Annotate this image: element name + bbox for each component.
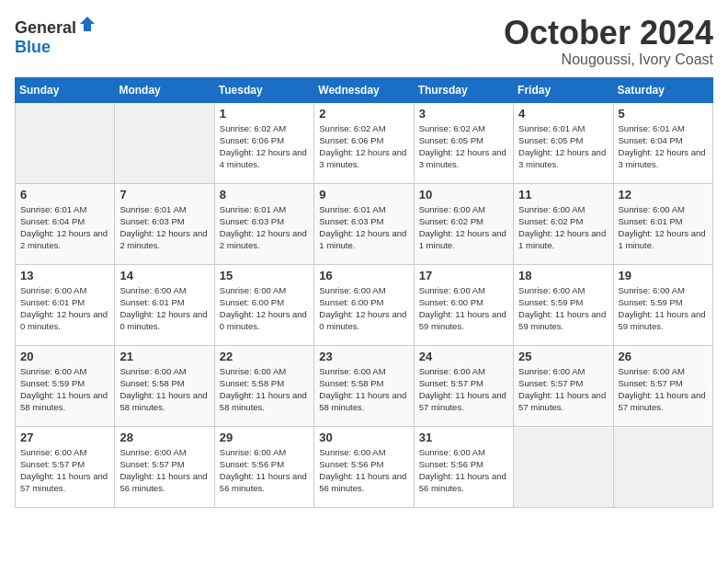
day-number: 19 (619, 269, 708, 282)
calendar-cell: 30Sunrise: 6:00 AM Sunset: 5:56 PM Dayli… (314, 426, 414, 507)
calendar-cell (16, 102, 115, 183)
day-number: 27 (20, 431, 109, 444)
title-area: October 2024 Nougoussi, Ivory Coast (504, 15, 713, 68)
day-number: 12 (619, 188, 708, 201)
calendar-cell: 6Sunrise: 6:01 AM Sunset: 6:04 PM Daylig… (16, 183, 115, 264)
calendar-cell: 18Sunrise: 6:00 AM Sunset: 5:59 PM Dayli… (514, 264, 613, 345)
day-info: Sunrise: 6:00 AM Sunset: 5:57 PM Dayligh… (20, 446, 109, 495)
calendar-cell: 3Sunrise: 6:02 AM Sunset: 6:05 PM Daylig… (414, 102, 513, 183)
day-number: 20 (20, 350, 109, 363)
day-info: Sunrise: 6:00 AM Sunset: 5:57 PM Dayligh… (619, 365, 708, 414)
calendar-cell: 7Sunrise: 6:01 AM Sunset: 6:03 PM Daylig… (115, 183, 214, 264)
calendar-week-5: 27Sunrise: 6:00 AM Sunset: 5:57 PM Dayli… (16, 426, 713, 507)
day-number: 30 (319, 431, 408, 444)
calendar-cell: 2Sunrise: 6:02 AM Sunset: 6:06 PM Daylig… (314, 102, 414, 183)
day-number: 21 (119, 350, 209, 363)
day-number: 17 (419, 269, 508, 282)
day-info: Sunrise: 6:00 AM Sunset: 5:59 PM Dayligh… (20, 365, 109, 414)
day-info: Sunrise: 6:00 AM Sunset: 5:59 PM Dayligh… (619, 284, 708, 333)
calendar-week-4: 20Sunrise: 6:00 AM Sunset: 5:59 PM Dayli… (16, 345, 713, 426)
day-info: Sunrise: 6:00 AM Sunset: 6:01 PM Dayligh… (619, 203, 708, 252)
calendar-cell: 10Sunrise: 6:00 AM Sunset: 6:02 PM Dayli… (414, 183, 513, 264)
day-number: 22 (220, 350, 309, 363)
day-info: Sunrise: 6:00 AM Sunset: 5:56 PM Dayligh… (319, 446, 408, 495)
calendar-body: 1Sunrise: 6:02 AM Sunset: 6:06 PM Daylig… (16, 102, 713, 507)
day-number: 6 (20, 188, 109, 201)
calendar-cell: 20Sunrise: 6:00 AM Sunset: 5:59 PM Dayli… (16, 345, 115, 426)
calendar-cell: 12Sunrise: 6:00 AM Sunset: 6:01 PM Dayli… (613, 183, 712, 264)
svg-marker-0 (80, 17, 95, 31)
weekday-header-saturday: Saturday (613, 77, 712, 102)
day-info: Sunrise: 6:00 AM Sunset: 6:01 PM Dayligh… (20, 284, 109, 333)
weekday-header-friday: Friday (514, 77, 613, 102)
day-number: 23 (319, 350, 408, 363)
day-number: 11 (518, 188, 608, 201)
day-info: Sunrise: 6:00 AM Sunset: 5:56 PM Dayligh… (419, 446, 508, 495)
day-info: Sunrise: 6:00 AM Sunset: 5:58 PM Dayligh… (319, 365, 408, 414)
calendar-cell: 13Sunrise: 6:00 AM Sunset: 6:01 PM Dayli… (16, 264, 115, 345)
day-number: 29 (220, 431, 309, 444)
day-number: 13 (20, 269, 109, 282)
calendar-cell: 19Sunrise: 6:00 AM Sunset: 5:59 PM Dayli… (613, 264, 712, 345)
logo-blue: Blue (15, 38, 51, 56)
day-info: Sunrise: 6:01 AM Sunset: 6:03 PM Dayligh… (220, 203, 309, 252)
day-number: 15 (220, 269, 309, 282)
day-number: 31 (419, 431, 508, 444)
calendar-cell: 9Sunrise: 6:01 AM Sunset: 6:03 PM Daylig… (314, 183, 414, 264)
calendar-cell (613, 426, 712, 507)
weekday-header-thursday: Thursday (414, 77, 513, 102)
calendar-cell: 8Sunrise: 6:01 AM Sunset: 6:03 PM Daylig… (214, 183, 313, 264)
calendar-week-2: 6Sunrise: 6:01 AM Sunset: 6:04 PM Daylig… (16, 183, 713, 264)
weekday-header-wednesday: Wednesday (314, 77, 414, 102)
calendar-cell: 5Sunrise: 6:01 AM Sunset: 6:04 PM Daylig… (613, 102, 712, 183)
calendar-cell: 16Sunrise: 6:00 AM Sunset: 6:00 PM Dayli… (314, 264, 414, 345)
calendar-cell: 22Sunrise: 6:00 AM Sunset: 5:58 PM Dayli… (214, 345, 313, 426)
day-info: Sunrise: 6:00 AM Sunset: 5:57 PM Dayligh… (119, 446, 209, 495)
day-number: 9 (319, 188, 408, 201)
calendar-cell: 21Sunrise: 6:00 AM Sunset: 5:58 PM Dayli… (115, 345, 214, 426)
day-number: 10 (419, 188, 508, 201)
calendar-header-row: SundayMondayTuesdayWednesdayThursdayFrid… (16, 77, 713, 102)
day-info: Sunrise: 6:02 AM Sunset: 6:06 PM Dayligh… (319, 122, 408, 171)
calendar-cell (115, 102, 214, 183)
day-number: 24 (419, 350, 508, 363)
day-info: Sunrise: 6:01 AM Sunset: 6:03 PM Dayligh… (319, 203, 408, 252)
calendar-cell: 11Sunrise: 6:00 AM Sunset: 6:02 PM Dayli… (514, 183, 613, 264)
calendar-cell: 23Sunrise: 6:00 AM Sunset: 5:58 PM Dayli… (314, 345, 414, 426)
logo: General Blue (15, 15, 97, 57)
day-info: Sunrise: 6:01 AM Sunset: 6:04 PM Dayligh… (20, 203, 109, 252)
day-number: 16 (319, 269, 408, 282)
day-info: Sunrise: 6:00 AM Sunset: 6:00 PM Dayligh… (220, 284, 309, 333)
day-info: Sunrise: 6:00 AM Sunset: 6:02 PM Dayligh… (518, 203, 608, 252)
weekday-header-monday: Monday (115, 77, 214, 102)
calendar-cell: 28Sunrise: 6:00 AM Sunset: 5:57 PM Dayli… (115, 426, 214, 507)
day-info: Sunrise: 6:00 AM Sunset: 5:57 PM Dayligh… (518, 365, 608, 414)
day-number: 26 (619, 350, 708, 363)
day-number: 1 (220, 107, 309, 121)
calendar-cell: 24Sunrise: 6:00 AM Sunset: 5:57 PM Dayli… (414, 345, 513, 426)
calendar-cell: 26Sunrise: 6:00 AM Sunset: 5:57 PM Dayli… (613, 345, 712, 426)
day-info: Sunrise: 6:00 AM Sunset: 5:58 PM Dayligh… (220, 365, 309, 414)
day-info: Sunrise: 6:00 AM Sunset: 5:57 PM Dayligh… (419, 365, 508, 414)
weekday-header-sunday: Sunday (16, 77, 115, 102)
day-number: 14 (119, 269, 209, 282)
day-number: 25 (518, 350, 608, 363)
day-info: Sunrise: 6:02 AM Sunset: 6:06 PM Dayligh… (220, 122, 309, 171)
day-info: Sunrise: 6:02 AM Sunset: 6:05 PM Dayligh… (419, 122, 508, 171)
day-info: Sunrise: 6:01 AM Sunset: 6:04 PM Dayligh… (619, 122, 708, 171)
location-title: Nougoussi, Ivory Coast (504, 52, 713, 68)
logo-general: General (15, 18, 76, 37)
calendar-cell: 14Sunrise: 6:00 AM Sunset: 6:01 PM Dayli… (115, 264, 214, 345)
day-info: Sunrise: 6:00 AM Sunset: 6:00 PM Dayligh… (419, 284, 508, 333)
month-title: October 2024 (504, 15, 713, 52)
day-info: Sunrise: 6:01 AM Sunset: 6:03 PM Dayligh… (119, 203, 209, 252)
calendar-cell: 27Sunrise: 6:00 AM Sunset: 5:57 PM Dayli… (16, 426, 115, 507)
calendar-cell: 17Sunrise: 6:00 AM Sunset: 6:00 PM Dayli… (414, 264, 513, 345)
day-number: 18 (518, 269, 608, 282)
day-info: Sunrise: 6:00 AM Sunset: 5:58 PM Dayligh… (119, 365, 209, 414)
day-number: 5 (619, 107, 708, 121)
day-number: 2 (319, 107, 408, 121)
day-info: Sunrise: 6:00 AM Sunset: 5:59 PM Dayligh… (518, 284, 608, 333)
page-header: General Blue October 2024 Nougoussi, Ivo… (15, 15, 713, 68)
calendar-cell: 4Sunrise: 6:01 AM Sunset: 6:05 PM Daylig… (514, 102, 613, 183)
